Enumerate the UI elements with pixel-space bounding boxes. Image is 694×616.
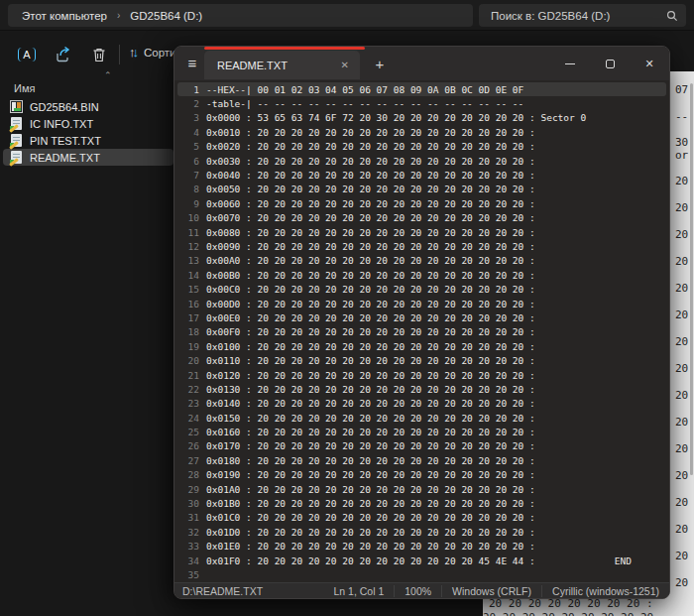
breadcrumb-this-pc[interactable]: Этот компьютер <box>22 10 107 22</box>
file-list-item[interactable]: README.TXT <box>3 149 174 166</box>
editor-line[interactable]: 8 0x0050 : 20 20 20 20 20 20 20 20 20 20… <box>177 183 666 196</box>
editor-line[interactable]: 32 0x01D0 : 20 20 20 20 20 20 20 20 20 2… <box>177 525 666 539</box>
editor-line[interactable]: 28 0x0190 : 20 20 20 20 20 20 20 20 20 2… <box>177 468 666 482</box>
line-number: 34 <box>177 555 199 566</box>
search-placeholder: Поиск в: GD25B64 (D:) <box>491 10 610 22</box>
line-text: 0x00C0 : 20 20 20 20 20 20 20 20 20 20 2… <box>206 284 535 295</box>
maximize-button[interactable] <box>590 47 630 80</box>
line-number: 22 <box>177 384 199 395</box>
text-editor-area[interactable]: 1 --HEX--| 00 01 02 03 04 05 06 07 08 09… <box>174 80 669 584</box>
file-name: GD25B64.BIN <box>30 101 99 113</box>
line-text: 0x0140 : 20 20 20 20 20 20 20 20 20 20 2… <box>206 398 535 409</box>
line-text: 0x01E0 : 20 20 20 20 20 20 20 20 20 20 2… <box>206 541 535 552</box>
maximize-icon <box>606 60 615 68</box>
zoom-level[interactable]: 100% <box>394 585 441 597</box>
address-bar[interactable]: Этот компьютер › GD25B64 (D:) <box>8 4 473 27</box>
line-text: 0x0080 : 20 20 20 20 20 20 20 20 20 20 2… <box>206 227 535 238</box>
editor-line[interactable]: 26 0x0170 : 20 20 20 20 20 20 20 20 20 2… <box>177 439 666 453</box>
share-icon <box>55 46 72 63</box>
editor-line[interactable]: 13 0x00A0 : 20 20 20 20 20 20 20 20 20 2… <box>177 254 666 268</box>
editor-line[interactable]: 33 0x01E0 : 20 20 20 20 20 20 20 20 20 2… <box>177 540 666 554</box>
line-text: --HEX--| 00 01 02 03 04 05 06 07 08 09 0… <box>206 84 523 95</box>
editor-line[interactable]: 21 0x0120 : 20 20 20 20 20 20 20 20 20 2… <box>177 368 666 382</box>
minimize-icon <box>565 63 575 64</box>
line-text: 0x0180 : 20 20 20 20 20 20 20 20 20 20 2… <box>206 455 535 466</box>
editor-line[interactable]: 4 0x0010 : 20 20 20 20 20 20 20 20 20 20… <box>177 125 666 139</box>
editor-line[interactable]: 9 0x0060 : 20 20 20 20 20 20 20 20 20 20… <box>177 196 666 210</box>
encoding[interactable]: Cyrillic (windows-1251) <box>541 585 669 597</box>
line-text: 0x0000 : 53 65 63 74 6F 72 20 30 20 20 2… <box>206 112 586 123</box>
editor-line[interactable]: 31 0x01C0 : 20 20 20 20 20 20 20 20 20 2… <box>177 511 666 525</box>
editor-line[interactable]: 18 0x00F0 : 20 20 20 20 20 20 20 20 20 2… <box>177 325 666 339</box>
line-text: 0x0040 : 20 20 20 20 20 20 20 20 20 20 2… <box>206 170 535 181</box>
editor-line[interactable]: 25 0x0160 : 20 20 20 20 20 20 20 20 20 2… <box>177 425 666 438</box>
cursor-position[interactable]: Ln 1, Col 1 <box>323 585 394 597</box>
background-hex-fragment: 20 <box>675 523 688 536</box>
new-tab-button[interactable]: + <box>369 54 391 75</box>
tab-title: README.TXT <box>217 60 338 71</box>
notepad-window: ≡ README.TXT ✕ + ✕ 1 --HEX--| 00 01 02 0… <box>174 46 670 599</box>
minimize-button[interactable] <box>550 47 590 80</box>
editor-line[interactable]: 30 0x01B0 : 20 20 20 20 20 20 20 20 20 2… <box>177 496 666 510</box>
line-text: 0x00F0 : 20 20 20 20 20 20 20 20 20 20 2… <box>206 326 535 337</box>
tab-recording-indicator <box>204 47 365 50</box>
editor-line[interactable]: 34 0x01F0 : 20 20 20 20 20 20 20 20 20 2… <box>177 554 666 567</box>
line-number: 7 <box>177 170 199 181</box>
line-number: 29 <box>177 484 199 495</box>
rename-button[interactable]: A <box>16 44 38 65</box>
delete-button[interactable] <box>88 44 110 65</box>
editor-line[interactable]: 6 0x0030 : 20 20 20 20 20 20 20 20 20 20… <box>177 154 666 168</box>
editor-line[interactable]: 29 0x01A0 : 20 20 20 20 20 20 20 20 20 2… <box>177 482 666 496</box>
tab-close-icon[interactable]: ✕ <box>338 60 352 70</box>
editor-line[interactable]: 20 0x0110 : 20 20 20 20 20 20 20 20 20 2… <box>177 353 666 367</box>
editor-line[interactable]: 7 0x0040 : 20 20 20 20 20 20 20 20 20 20… <box>177 168 666 182</box>
background-hex-fragment: 07 <box>675 83 688 96</box>
line-number: 28 <box>177 469 199 480</box>
line-number: 14 <box>177 270 199 281</box>
editor-line[interactable]: 14 0x00B0 : 20 20 20 20 20 20 20 20 20 2… <box>177 268 666 282</box>
line-number: 32 <box>177 527 199 538</box>
editor-line[interactable]: 10 0x0070 : 20 20 20 20 20 20 20 20 20 2… <box>177 211 666 225</box>
editor-line[interactable]: 2 -table-| -- -- -- -- -- -- -- -- -- --… <box>177 96 666 110</box>
sort-button[interactable]: ↑↓ Сорти <box>129 45 176 60</box>
editor-line[interactable]: 15 0x00C0 : 20 20 20 20 20 20 20 20 20 2… <box>177 282 666 296</box>
editor-line[interactable]: 5 0x0020 : 20 20 20 20 20 20 20 20 20 20… <box>177 140 666 154</box>
line-number: 26 <box>177 440 199 451</box>
name-column-header[interactable]: Имя <box>14 82 35 94</box>
share-button[interactable] <box>53 44 74 65</box>
line-text: 0x0100 : 20 20 20 20 20 20 20 20 20 20 2… <box>206 341 535 352</box>
editor-line[interactable]: 3 0x0000 : 53 65 63 74 6F 72 20 30 20 20… <box>177 111 666 125</box>
file-list-item[interactable]: IC INFO.TXT <box>3 115 174 132</box>
search-input[interactable]: Поиск в: GD25B64 (D:) <box>479 4 686 27</box>
line-number: 23 <box>177 398 199 409</box>
editor-line[interactable]: 11 0x0080 : 20 20 20 20 20 20 20 20 20 2… <box>177 225 666 239</box>
trash-icon <box>91 47 107 63</box>
editor-line[interactable]: 24 0x0150 : 20 20 20 20 20 20 20 20 20 2… <box>177 411 666 425</box>
sort-direction-chevron-icon[interactable]: ⌃ <box>104 70 112 80</box>
editor-line[interactable]: 17 0x00E0 : 20 20 20 20 20 20 20 20 20 2… <box>177 310 666 324</box>
line-ending[interactable]: Windows (CRLF) <box>441 585 541 597</box>
editor-line[interactable]: 16 0x00D0 : 20 20 20 20 20 20 20 20 20 2… <box>177 297 666 310</box>
line-number: 20 <box>177 355 199 366</box>
desktop: Этот компьютер › GD25B64 (D:) Поиск в: G… <box>0 0 694 616</box>
txt-file-icon <box>10 134 23 147</box>
file-list-item[interactable]: GD25B64.BIN <box>3 98 174 115</box>
background-scrollbar[interactable] <box>690 83 693 475</box>
menu-hamburger-icon[interactable]: ≡ <box>184 56 200 71</box>
editor-line[interactable]: 19 0x0100 : 20 20 20 20 20 20 20 20 20 2… <box>177 339 666 353</box>
editor-line[interactable]: 22 0x0130 : 20 20 20 20 20 20 20 20 20 2… <box>177 382 666 396</box>
notepad-titlebar[interactable]: ≡ README.TXT ✕ + ✕ <box>174 47 669 80</box>
file-list-item[interactable]: PIN TEST.TXT <box>3 132 174 149</box>
breadcrumb-drive[interactable]: GD25B64 (D:) <box>130 10 202 22</box>
background-hex-fragment: or <box>675 149 688 162</box>
editor-line[interactable]: 1 --HEX--| 00 01 02 03 04 05 06 07 08 09… <box>177 82 666 96</box>
editor-line[interactable]: 23 0x0140 : 20 20 20 20 20 20 20 20 20 2… <box>177 397 666 411</box>
tab-readme[interactable]: README.TXT ✕ <box>204 51 360 79</box>
file-name: PIN TEST.TXT <box>30 135 101 147</box>
close-button[interactable]: ✕ <box>630 47 669 80</box>
line-number: 1 <box>177 84 199 95</box>
line-number: 13 <box>177 255 199 266</box>
editor-line[interactable]: 27 0x0180 : 20 20 20 20 20 20 20 20 20 2… <box>177 453 666 467</box>
editor-line[interactable]: 35 <box>177 567 666 581</box>
editor-line[interactable]: 12 0x0090 : 20 20 20 20 20 20 20 20 20 2… <box>177 239 666 253</box>
